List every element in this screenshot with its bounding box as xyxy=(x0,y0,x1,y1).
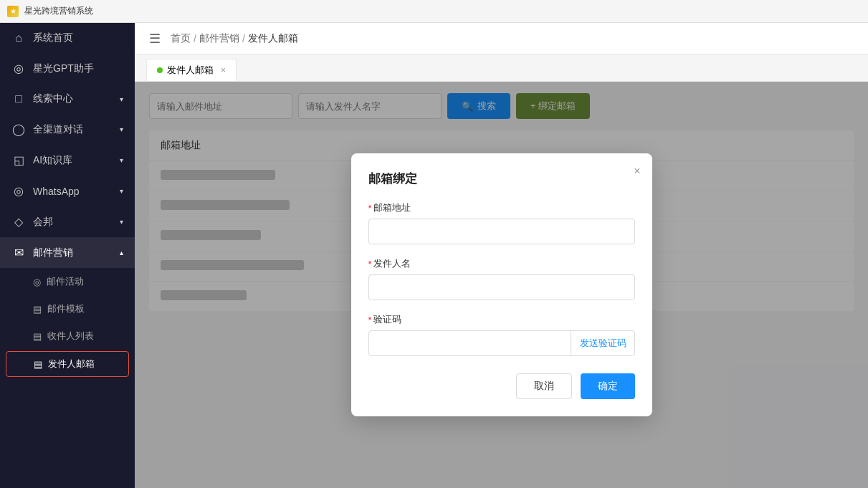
form-field-sender-name: * 发件人名 xyxy=(368,257,635,300)
sidebar-sub-item-email-template[interactable]: ▤ 邮件模板 xyxy=(0,295,135,322)
form-field-verification: * 验证码 发送验证码 xyxy=(368,313,635,356)
email-label: * 邮箱地址 xyxy=(368,201,635,214)
verification-input-row: 发送验证码 xyxy=(368,330,635,356)
ai-icon: ◱ xyxy=(11,153,26,167)
gpt-icon: ◎ xyxy=(11,62,26,75)
sidebar-item-guild[interactable]: ◇ 会邦 ▾ xyxy=(0,206,135,237)
chevron-up-icon: ▴ xyxy=(120,249,123,257)
sidebar-item-gpt[interactable]: ◎ 星光GPT助手 xyxy=(0,53,135,84)
sidebar-item-channels-label: 全渠道对话 xyxy=(33,123,83,136)
breadcrumb-sep-1: / xyxy=(194,33,196,44)
dialog-sender-name-input[interactable] xyxy=(368,274,635,300)
sidebar-item-leads-label: 线索中心 xyxy=(33,92,73,105)
sidebar-sub-item-email-activity[interactable]: ◎ 邮件活动 xyxy=(0,268,135,295)
dialog-close-button[interactable]: × xyxy=(634,165,640,178)
sidebar-sub-item-email-activity-label: 邮件活动 xyxy=(47,275,84,288)
sidebar-sub-item-sender-mailbox-label: 发件人邮箱 xyxy=(48,358,95,370)
main-content: 🔍 搜索 + 绑定邮箱 邮箱地址 xyxy=(135,82,868,488)
send-verification-code-button[interactable]: 发送验证码 xyxy=(571,330,635,356)
chevron-down-icon: ▾ xyxy=(120,218,123,226)
sidebar-item-whatsapp-label: WhatsApp xyxy=(33,186,80,197)
sidebar-item-email-label: 邮件营销 xyxy=(33,247,73,259)
email-icon: ✉ xyxy=(11,246,26,259)
channels-icon: ◯ xyxy=(11,123,26,136)
sidebar-item-channels[interactable]: ◯ 全渠道对话 ▾ xyxy=(0,114,135,145)
breadcrumb-parent[interactable]: 邮件营销 xyxy=(199,32,239,45)
guild-icon: ◇ xyxy=(11,215,26,229)
sender-name-field-label: 发件人名 xyxy=(373,257,411,270)
sidebar: ⌂ 系统首页 ◎ 星光GPT助手 □ 线索中心 ▾ ◯ 全渠道对话 ▾ ◱ AI… xyxy=(0,23,135,488)
chevron-down-icon: ▾ xyxy=(120,187,123,195)
app-title: 星光跨境营销系统 xyxy=(24,5,93,17)
dialog-confirm-button[interactable]: 确定 xyxy=(581,373,635,399)
tab-sender-mailbox[interactable]: 发件人邮箱 × xyxy=(146,59,237,81)
chevron-down-icon: ▾ xyxy=(120,95,123,103)
sidebar-sub-item-recipient-list[interactable]: ▤ 收件人列表 xyxy=(0,322,135,350)
sidebar-item-email[interactable]: ✉ 邮件营销 ▴ xyxy=(0,237,135,268)
required-mark: * xyxy=(368,315,372,325)
hamburger-icon[interactable]: ☰ xyxy=(149,31,161,47)
sender-name-label: * 发件人名 xyxy=(368,257,635,270)
recipient-list-icon: ▤ xyxy=(33,331,42,342)
content-area: ☰ 首页 / 邮件营销 / 发件人邮箱 发件人邮箱 × xyxy=(135,23,868,488)
required-mark: * xyxy=(368,203,372,214)
dialog-cancel-button[interactable]: 取消 xyxy=(516,373,572,399)
tab-label: 发件人邮箱 xyxy=(167,64,214,77)
chevron-down-icon: ▾ xyxy=(120,125,123,133)
title-bar: ★ 星光跨境营销系统 xyxy=(0,0,868,23)
sidebar-sub-item-sender-mailbox[interactable]: ▤ 发件人邮箱 xyxy=(6,351,129,377)
tab-bar: 发件人邮箱 × xyxy=(135,54,868,82)
sidebar-item-home[interactable]: ⌂ 系统首页 xyxy=(0,23,135,53)
sidebar-item-leads[interactable]: □ 线索中心 ▾ xyxy=(0,84,135,114)
tab-active-dot xyxy=(157,67,163,73)
breadcrumb-sep-2: / xyxy=(242,33,245,44)
required-mark: * xyxy=(368,259,372,269)
sidebar-item-ai[interactable]: ◱ AI知识库 ▾ xyxy=(0,145,135,176)
home-icon: ⌂ xyxy=(11,32,26,44)
email-template-icon: ▤ xyxy=(33,304,42,315)
dialog-footer: 取消 确定 xyxy=(368,373,635,399)
sender-mailbox-icon: ▤ xyxy=(34,359,42,370)
email-field-label: 邮箱地址 xyxy=(373,201,411,214)
form-field-email: * 邮箱地址 xyxy=(368,201,635,244)
dialog-title: 邮箱绑定 xyxy=(368,171,635,187)
whatsapp-icon: ◎ xyxy=(11,184,26,198)
dialog-email-input[interactable] xyxy=(368,219,635,244)
breadcrumb: 首页 / 邮件营销 / 发件人邮箱 xyxy=(171,32,298,45)
sidebar-item-ai-label: AI知识库 xyxy=(33,154,72,167)
app-icon: ★ xyxy=(7,6,19,17)
sidebar-item-home-label: 系统首页 xyxy=(33,32,73,44)
chevron-down-icon: ▾ xyxy=(120,156,123,164)
sidebar-item-guild-label: 会邦 xyxy=(33,216,53,229)
breadcrumb-home[interactable]: 首页 xyxy=(171,32,191,45)
content-header: ☰ 首页 / 邮件营销 / 发件人邮箱 xyxy=(135,23,868,54)
sidebar-item-gpt-label: 星光GPT助手 xyxy=(33,62,94,75)
sidebar-item-whatsapp[interactable]: ◎ WhatsApp ▾ xyxy=(0,176,135,206)
breadcrumb-current: 发件人邮箱 xyxy=(248,32,298,45)
sidebar-sub-item-email-template-label: 邮件模板 xyxy=(47,302,85,315)
verification-field-label: 验证码 xyxy=(373,313,401,326)
verification-label: * 验证码 xyxy=(368,313,635,326)
tab-close-icon[interactable]: × xyxy=(221,65,226,75)
modal-overlay: 邮箱绑定 × * 邮箱地址 * 发件人名 xyxy=(135,82,868,488)
bind-mailbox-dialog: 邮箱绑定 × * 邮箱地址 * 发件人名 xyxy=(351,153,652,416)
sidebar-sub-item-recipient-list-label: 收件人列表 xyxy=(47,330,94,343)
email-activity-icon: ◎ xyxy=(33,277,41,287)
leads-icon: □ xyxy=(11,92,26,105)
